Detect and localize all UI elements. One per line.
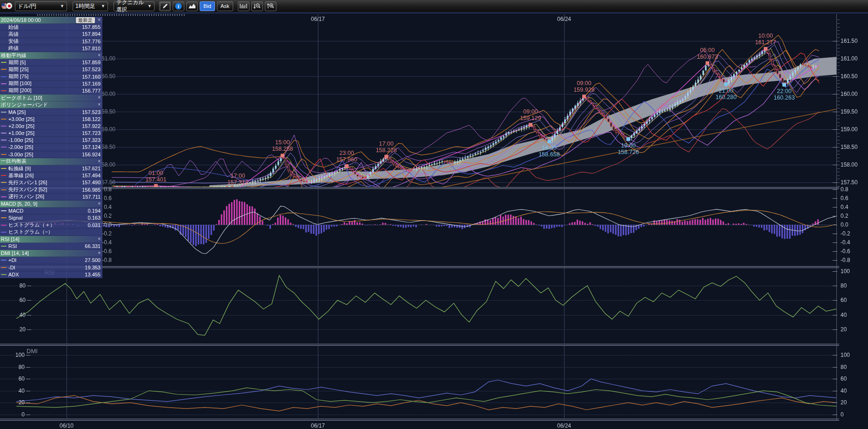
indicator-label: -DI <box>8 265 85 270</box>
indicator-value: 157.160 <box>82 74 101 80</box>
close-icon[interactable]: × <box>98 159 101 164</box>
timeframe-select[interactable]: 1時間足 ▼ <box>73 1 108 11</box>
fx-chart-app: { "toolbar": { "pair_label": "ドル/円", "ti… <box>0 0 868 429</box>
indicator-label: MACD <box>8 208 87 214</box>
indicator-value: 157.124 <box>82 144 101 150</box>
line-color-swatch <box>1 274 7 275</box>
indicator-value: 158.122 <box>82 116 101 122</box>
indicator-value: 157.323 <box>82 137 101 143</box>
indicator-label: ヒストグラム（＋） <box>8 221 87 228</box>
indicator-value: 157.723 <box>82 130 101 136</box>
indicator-row: Signal0.163 <box>0 214 102 221</box>
technical-select-value: テクニカル選択 <box>116 0 144 13</box>
indicator-row: 安値157.776 <box>0 38 102 45</box>
pencil-icon <box>162 3 168 9</box>
info-button[interactable]: i <box>173 1 184 11</box>
pair-flags <box>1 2 13 10</box>
indicator-label: +DI <box>8 257 85 263</box>
indicator-value: 19.353 <box>85 265 101 270</box>
line-color-swatch <box>1 90 7 91</box>
indicator-row: -1.00σ [25]157.323 <box>0 137 102 144</box>
indicator-value: 156.985 <box>82 187 101 193</box>
technical-select[interactable]: テクニカル選択 ▼ <box>114 1 155 11</box>
indicator-section-header: 移動平均線× <box>0 52 102 59</box>
section-label: ボリンジャーバンド <box>1 101 95 108</box>
indicator-label: 期間 [5] <box>8 59 82 66</box>
line-color-swatch <box>1 112 7 113</box>
bid-toggle-button[interactable]: Bid <box>200 1 215 11</box>
indicator-label: 遅行スパン [26] <box>8 193 82 200</box>
indicator-row: 期間 [200]156.777 <box>0 87 102 94</box>
indicator-row: 遅行スパン [26]157.711 <box>0 194 102 201</box>
chart-canvas[interactable] <box>0 13 868 429</box>
close-icon[interactable]: × <box>98 18 101 22</box>
timeframe-select-value: 1時間足 <box>75 2 97 10</box>
indicator-section-header: RSI [14]× <box>0 236 102 243</box>
indicator-label: +2.00σ [25] <box>8 123 82 129</box>
indicator-label: ヒストグラム（−） <box>8 228 101 235</box>
ask-toggle-button[interactable]: Ask <box>217 1 233 11</box>
close-icon[interactable]: × <box>98 237 101 241</box>
indicator-value: 66.331 <box>85 243 101 249</box>
indicator-label: -1.00σ [25] <box>8 137 82 143</box>
chevron-down-icon: ▼ <box>101 4 105 8</box>
chevron-down-icon: ▼ <box>148 4 152 8</box>
indicator-row: 期間 [25]157.523 <box>0 66 102 73</box>
indicator-label: RSI <box>8 243 85 249</box>
indicator-row: 転換線 [9]157.621 <box>0 165 102 172</box>
line-color-swatch <box>1 133 7 134</box>
pair-select-value: ドル/円 <box>18 2 56 10</box>
indicator-row: 基準線 [26]157.494 <box>0 172 102 179</box>
jp-flag-icon <box>6 2 13 9</box>
indicator-section-header: DMI [14, 14]× <box>0 250 102 257</box>
pair-select[interactable]: ドル/円 ▼ <box>15 1 67 11</box>
indicator-value: 27.500 <box>85 257 101 263</box>
scale-adjust-button[interactable] <box>238 1 249 11</box>
indicator-label: 期間 [100] <box>8 80 82 87</box>
close-icon[interactable]: × <box>98 102 101 107</box>
indicator-label: +3.00σ [25] <box>8 116 82 122</box>
indicator-row: RSI66.331 <box>0 243 102 250</box>
latest-bar-button[interactable]: 最新足 <box>76 17 95 23</box>
indicator-row: 先行スパン1 [26]157.490 <box>0 179 102 186</box>
line-color-swatch <box>1 182 7 183</box>
indicator-section-header: 一目均衡表× <box>0 158 102 165</box>
indicator-value: 0.194 <box>87 208 101 214</box>
indicator-label: 基準線 [26] <box>8 172 82 179</box>
area-chart-icon <box>188 3 196 9</box>
indicator-label: -2.00σ [25] <box>8 144 82 150</box>
indicator-section-header: ピークボトム [10]× <box>0 94 102 101</box>
line-color-swatch <box>1 217 7 218</box>
chart-style-button[interactable] <box>186 1 198 11</box>
vertical-zoom-in-button[interactable] <box>265 1 276 11</box>
vertical-zoom-out-button[interactable] <box>251 1 263 11</box>
line-color-swatch <box>1 154 7 155</box>
line-color-swatch <box>1 210 7 211</box>
indicator-row: +2.00σ [25]157.922 <box>0 123 102 130</box>
close-icon[interactable]: × <box>98 95 101 100</box>
chevron-down-icon: ▼ <box>60 4 64 8</box>
indicator-label: 高値 <box>8 31 82 38</box>
draw-tool-button[interactable] <box>159 1 171 11</box>
ask-label: Ask <box>221 3 229 9</box>
line-color-swatch <box>1 147 7 147</box>
indicator-row: 期間 [100]157.169 <box>0 80 102 87</box>
indicator-value: 156.924 <box>82 152 101 157</box>
section-label: DMI [14, 14] <box>1 250 95 256</box>
indicator-row: +3.00σ [25]158.122 <box>0 116 102 123</box>
indicator-row: 期間 [75]157.160 <box>0 74 102 80</box>
indicator-row: MA [25]157.523 <box>0 108 102 115</box>
indicator-value: 157.855 <box>82 24 101 30</box>
indicator-value: 157.711 <box>82 194 101 200</box>
indicator-label: 終値 <box>8 45 82 52</box>
indicator-value: 157.776 <box>82 39 101 44</box>
line-color-swatch <box>1 260 7 261</box>
bar-scale-icon <box>240 3 247 9</box>
close-icon[interactable]: × <box>98 201 101 206</box>
indicator-value: 157.523 <box>82 67 101 72</box>
line-color-swatch <box>1 69 7 70</box>
indicator-value: 157.490 <box>82 180 101 185</box>
close-icon[interactable]: × <box>98 53 101 58</box>
close-icon[interactable]: × <box>98 251 101 255</box>
section-label: MACD [5, 20, 9] <box>1 201 95 207</box>
